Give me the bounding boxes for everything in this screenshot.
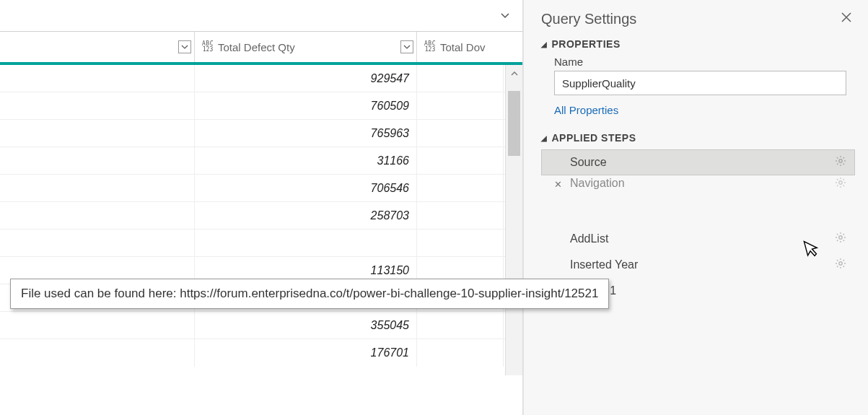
name-label: Name	[554, 56, 855, 68]
chevron-down-icon[interactable]	[496, 7, 514, 25]
cell-value: 176701	[195, 339, 417, 367]
applied-steps-section-heading[interactable]: ◢ APPLIED STEPS	[541, 132, 855, 144]
table-row[interactable]: 765963	[0, 120, 522, 147]
delete-step-icon[interactable]: ✕	[554, 179, 562, 190]
cell-value: 31166	[195, 147, 417, 174]
column-name-label: Total Dov	[439, 41, 501, 53]
table-row[interactable]: 258703	[0, 202, 522, 230]
gear-icon[interactable]	[835, 177, 846, 191]
gear-icon[interactable]	[835, 258, 846, 272]
svg-point-1	[839, 181, 842, 184]
all-properties-link[interactable]: All Properties	[554, 104, 618, 116]
cell-value	[195, 230, 417, 256]
collapse-triangle-icon: ◢	[541, 134, 548, 142]
tooltip-text: File used can be found here: https://for…	[21, 287, 598, 300]
cell-value: 355045	[195, 312, 417, 338]
svg-point-2	[839, 236, 842, 239]
query-settings-pane: Query Settings ◢ PROPERTIES Name All Pro…	[523, 0, 868, 415]
source-tooltip: File used can be found here: https://for…	[10, 279, 609, 309]
pane-title: Query Settings	[541, 11, 636, 27]
step-label: AddList	[570, 232, 608, 245]
svg-point-0	[839, 160, 842, 162]
properties-section-heading[interactable]: ◢ PROPERTIES	[541, 38, 855, 50]
collapse-triangle-icon: ◢	[541, 40, 548, 48]
column-header-partial[interactable]	[0, 32, 195, 62]
cell-value: 765963	[195, 120, 417, 147]
gear-icon[interactable]	[835, 232, 846, 246]
filter-dropdown-icon[interactable]	[400, 40, 413, 53]
table-row[interactable]: 706546	[0, 175, 522, 202]
applied-step-source[interactable]: Source	[541, 149, 855, 175]
table-row[interactable]: 929547	[0, 65, 522, 92]
step-label: Inserted Year	[570, 258, 638, 271]
cell-value: 760509	[195, 92, 417, 119]
column-header-total-defect-qty[interactable]: ABC123 Total Defect Qty	[195, 32, 417, 62]
table-row[interactable]: 355045	[0, 312, 522, 339]
column-name-label: Total Defect Qty	[216, 41, 400, 53]
gear-icon[interactable]	[835, 155, 846, 170]
applied-step-navigation[interactable]: ✕ Navigation	[541, 175, 855, 193]
cell-value: 258703	[195, 202, 417, 229]
data-grid-pane: ABC123 Total Defect Qty ABC123 Total Dov…	[0, 0, 523, 415]
table-row[interactable]	[0, 230, 522, 257]
svg-point-3	[839, 262, 842, 265]
cell-value: 929547	[195, 65, 417, 92]
query-name-input[interactable]	[554, 71, 846, 95]
formula-bar[interactable]	[0, 0, 522, 32]
close-icon[interactable]	[838, 10, 855, 28]
filter-dropdown-icon[interactable]	[178, 40, 191, 53]
grid-body: 929547 760509 765963 31166	[0, 65, 522, 415]
step-label: Navigation	[570, 177, 625, 190]
table-row[interactable]: 31166	[0, 147, 522, 175]
grid-header-row: ABC123 Total Defect Qty ABC123 Total Dov	[0, 32, 522, 65]
abc123-type-icon: ABC123	[424, 41, 436, 53]
step-label: Source	[570, 156, 607, 169]
scroll-up-icon[interactable]	[506, 65, 522, 82]
abc123-type-icon: ABC123	[202, 41, 214, 53]
scrollbar-thumb[interactable]	[508, 91, 520, 156]
column-header-total-dov[interactable]: ABC123 Total Dov	[417, 32, 504, 62]
table-row[interactable]: 760509	[0, 92, 522, 120]
applied-step-inserted-year[interactable]: Inserted Year	[541, 252, 855, 278]
applied-step-addlist[interactable]: AddList	[541, 226, 855, 252]
cell-value: 706546	[195, 175, 417, 201]
table-row[interactable]: 176701	[0, 339, 522, 367]
vertical-scrollbar[interactable]	[505, 65, 522, 375]
